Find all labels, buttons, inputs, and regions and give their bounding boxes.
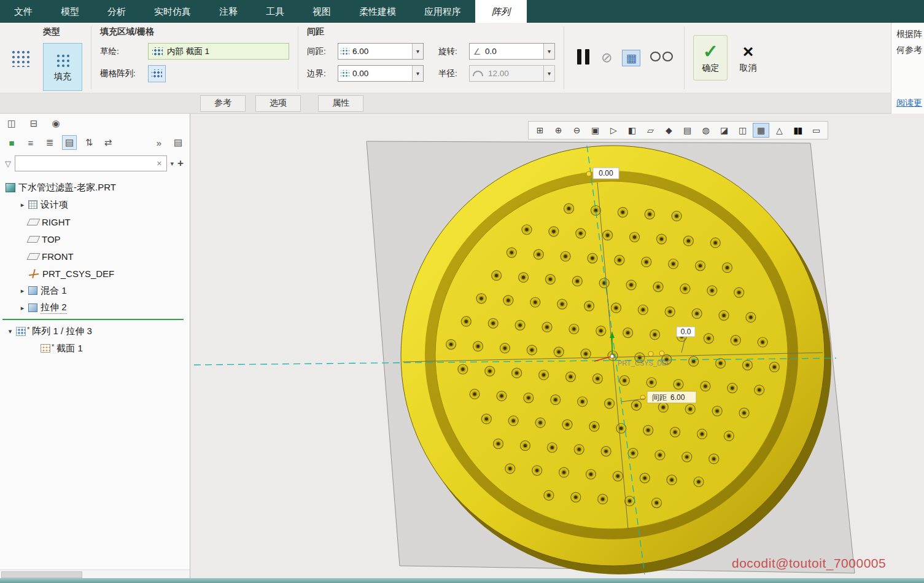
fill-type-button[interactable]: 填充	[43, 43, 82, 91]
tree-toolbar-column-view-icon[interactable]: ▤	[62, 135, 77, 150]
pattern-hole-center	[633, 235, 636, 238]
viewport-image-capture-icon[interactable]: ▤	[679, 123, 696, 138]
viewport-refit-icon[interactable]: ▣	[587, 123, 604, 138]
search-dropdown-icon[interactable]: ▾	[171, 160, 174, 168]
scrollbar-thumb[interactable]	[1, 571, 82, 578]
viewport-annotations-icon[interactable]: △	[771, 123, 788, 138]
tree-expand-arrow-icon[interactable]: ▸	[17, 201, 28, 209]
tree-toolbar-exchange-icon[interactable]: ⇄	[101, 136, 115, 149]
dim-top-value[interactable]: 0.00	[599, 169, 613, 178]
rotation-dropdown-icon[interactable]: ▾	[543, 44, 554, 59]
tree-toolbar-list-view-icon[interactable]: ≡	[24, 136, 37, 149]
dim-spacing-value[interactable]: 6.00	[670, 393, 685, 402]
csys-origin[interactable]	[610, 354, 614, 358]
pattern-type-icon[interactable]	[10, 49, 29, 67]
boundary-input[interactable]: 0.00 ▾	[338, 65, 424, 82]
spacing-dropdown-icon[interactable]: ▾	[412, 44, 423, 59]
tree-search-box[interactable]: ×	[15, 155, 167, 171]
tree-item-pattern-1-extrude-3[interactable]: ▾*阵列 1 / 拉伸 3	[0, 323, 190, 340]
menu-tab-applications[interactable]: 应用程序	[410, 0, 475, 23]
direction2-handle[interactable]	[648, 351, 653, 356]
tree-item-section-1[interactable]: *截面 1	[0, 340, 190, 357]
radius-arc-icon	[473, 71, 483, 76]
tree-expand-arrow-icon[interactable]: ▸	[17, 287, 28, 295]
viewport-zoom-box-icon[interactable]: ⊞	[532, 123, 548, 138]
viewport-zoom-in-icon[interactable]: ⊕	[550, 123, 567, 138]
tree-toolbar-overflow-icon[interactable]: »	[152, 136, 166, 149]
direction2-handle-end[interactable]	[659, 351, 664, 356]
pattern-hole-center	[527, 396, 530, 399]
tree-item-root-part[interactable]: 下水管过滤盖-老家.PRT	[0, 179, 190, 196]
viewport-pause-icon[interactable]: ▮▮	[790, 123, 806, 138]
viewport-perspective-icon[interactable]: ◪	[716, 123, 732, 138]
spacing-value[interactable]: 6.00	[349, 47, 412, 56]
dashboard-tab-references[interactable]: 参考	[200, 95, 246, 112]
tree-toolbar-favorites-icon[interactable]: ◉	[49, 117, 63, 130]
tree-item-design-items[interactable]: ▸设计项	[0, 196, 190, 213]
glasses-preview-icon[interactable]	[650, 52, 673, 64]
tree-item-top-plane[interactable]: TOP	[0, 230, 190, 248]
pattern-hole-center	[674, 431, 677, 434]
tree-item-front-plane[interactable]: FRONT	[0, 248, 190, 265]
type-group-title: 类型	[43, 26, 82, 37]
viewport-datum-display-icon[interactable]: ▱	[642, 123, 659, 138]
feature-preview-icon[interactable]: ▦	[622, 50, 640, 66]
tree-item-extrude-2[interactable]: ▸拉伸 2	[0, 299, 190, 316]
tree-toolbar-detail-view-icon[interactable]: ≣	[43, 136, 56, 149]
viewport-zoom-out-icon[interactable]: ⊖	[569, 123, 585, 138]
tree-item-right-plane[interactable]: RIGHT	[0, 213, 190, 230]
filter-icon[interactable]: ▽	[5, 159, 11, 168]
menu-tab-pattern[interactable]: 阵列	[475, 0, 527, 23]
cancel-button[interactable]: × 取消	[732, 36, 763, 80]
menu-tab-model[interactable]: 模型	[47, 0, 93, 23]
tree-toolbar-sort-icon[interactable]: ⇅	[82, 136, 96, 149]
dashboard-tab-properties[interactable]: 属性	[318, 95, 363, 112]
tree-toolbar-model-tree-toggle-icon[interactable]: ◫	[5, 117, 18, 130]
tree-item-prt-csys-def[interactable]: PRT_CSYS_DEF	[0, 265, 190, 282]
menu-tab-flexible-modeling[interactable]: 柔性建模	[345, 0, 410, 23]
dim-mid-value[interactable]: 0.0	[681, 327, 691, 336]
tree-toolbar-filters: ■≡≣▤⇅⇄»▤	[0, 130, 190, 150]
no-preview-icon[interactable]: ⊘	[601, 50, 612, 66]
menu-tab-annotate[interactable]: 注释	[205, 0, 252, 23]
menu-tab-tools[interactable]: 工具	[252, 0, 298, 23]
rotation-input[interactable]: ∠ 0.0 ▾	[469, 43, 555, 60]
graphics-area[interactable]: PRT_CSYS_DEF 0.00 0.0 间距6.00 ⊞⊕⊖▣▷◧▱◆▤◍◪…	[190, 114, 924, 578]
viewport-section-view-icon[interactable]: ◫	[734, 123, 751, 138]
spacing-input[interactable]: 6.00 ▾	[338, 43, 424, 60]
pause-icon[interactable]	[575, 49, 591, 67]
viewport-appearance-icon[interactable]: ◍	[697, 123, 714, 138]
viewport-spin-center-icon[interactable]: ◆	[661, 123, 677, 138]
sketch-collector[interactable]: 内部 截面 1	[148, 43, 289, 60]
read-more-link[interactable]: 阅读更	[896, 98, 922, 109]
tree-search-input[interactable]	[15, 159, 152, 168]
pattern-hole-center	[642, 308, 645, 311]
tree-item-blend-1[interactable]: ▸混合 1	[0, 282, 190, 299]
viewport-pattern-preview-icon[interactable]: ▦	[753, 123, 769, 138]
viewport-screen-icon[interactable]: ▭	[808, 123, 825, 138]
menu-tab-analysis[interactable]: 分析	[93, 0, 140, 23]
menu-tab-live-simulation[interactable]: 实时仿真	[140, 0, 205, 23]
insertion-locator[interactable]	[2, 319, 184, 320]
dashboard-tab-options[interactable]: 选项	[255, 95, 301, 112]
menu-tab-file[interactable]: 文件	[0, 0, 47, 23]
tree-expand-arrow-icon[interactable]: ▸	[17, 304, 28, 312]
part-icon	[6, 183, 15, 192]
rotation-value[interactable]: 0.0	[482, 47, 543, 56]
viewport-display-style-icon[interactable]: ◧	[624, 123, 640, 138]
tree-toolbar-folder-browser-icon[interactable]: ⊟	[27, 117, 41, 130]
tree-toolbar-tree-doc-icon[interactable]: ▤	[171, 136, 185, 149]
tree-horizontal-scrollbar[interactable]	[0, 569, 190, 578]
boundary-value[interactable]: 0.00	[349, 69, 412, 78]
fill-pattern-icon	[55, 52, 71, 68]
add-filter-icon[interactable]: +	[177, 157, 185, 170]
menu-tab-view[interactable]: 视图	[298, 0, 345, 23]
tree-collapse-arrow-icon[interactable]: ▾	[5, 327, 15, 335]
pattern-direction1-handle[interactable]	[586, 171, 591, 176]
boundary-dropdown-icon[interactable]: ▾	[412, 66, 423, 81]
ok-button[interactable]: ✓ 确定	[693, 35, 728, 80]
clear-search-icon[interactable]: ×	[152, 158, 166, 168]
tree-toolbar-tree-settings-icon[interactable]: ■	[5, 136, 18, 149]
viewport-repaint-icon[interactable]: ▷	[605, 123, 622, 138]
grid-pattern-button[interactable]	[148, 65, 166, 82]
